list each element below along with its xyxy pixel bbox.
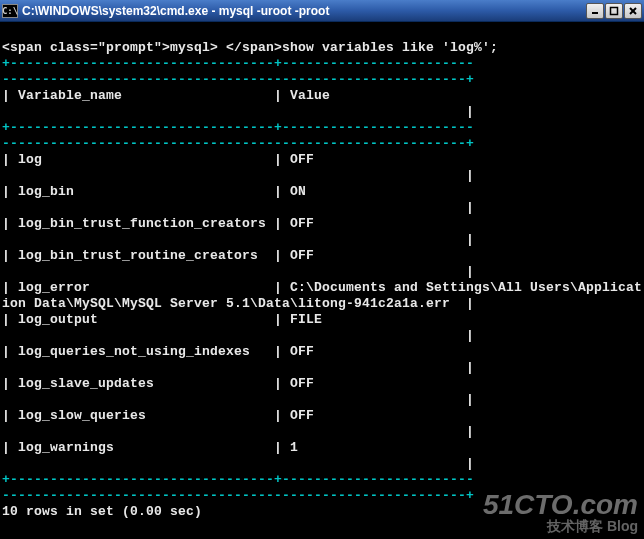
minimize-button[interactable] bbox=[586, 3, 604, 19]
watermark-sub: 技术博客 Blog bbox=[483, 519, 638, 533]
svg-rect-1 bbox=[611, 7, 618, 14]
window-controls bbox=[585, 3, 642, 19]
cmd-icon: C:\ bbox=[2, 4, 18, 18]
window-title: C:\WINDOWS\system32\cmd.exe - mysql -uro… bbox=[22, 4, 329, 18]
window-titlebar: C:\ C:\WINDOWS\system32\cmd.exe - mysql … bbox=[0, 0, 644, 22]
close-button[interactable] bbox=[624, 3, 642, 19]
maximize-button[interactable] bbox=[605, 3, 623, 19]
titlebar-left: C:\ C:\WINDOWS\system32\cmd.exe - mysql … bbox=[2, 4, 329, 18]
terminal-output[interactable]: <span class="prompt">mysql> </span>show … bbox=[0, 22, 644, 520]
